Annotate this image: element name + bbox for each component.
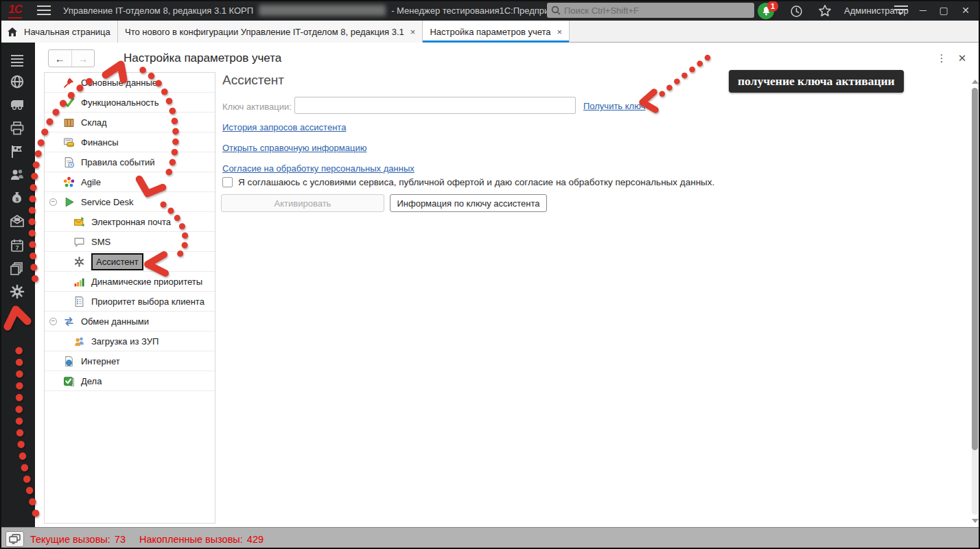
tree-item-dynamic-priorities[interactable]: Динамические приоритеты xyxy=(45,272,215,292)
personal-data-consent-link[interactable]: Согласие на обработку персональных данны… xyxy=(222,163,415,174)
tree-item-label: Динамические приоритеты xyxy=(91,277,202,287)
agile-icon xyxy=(63,176,75,188)
activation-key-input[interactable] xyxy=(294,97,576,114)
tree-item-warehouse[interactable]: Склад xyxy=(45,113,215,132)
1c-logo-icon: 1С xyxy=(8,3,22,19)
back-button[interactable]: ← xyxy=(49,50,72,67)
service-menu-icon[interactable] xyxy=(894,5,908,16)
tree-item-email[interactable]: Электронная почта xyxy=(45,212,215,232)
tab-home[interactable]: Начальная страница xyxy=(0,21,118,43)
notification-badge: 1 xyxy=(767,1,778,12)
tree-item-label: Интернет xyxy=(81,356,120,366)
tree-item-label: Правила событий xyxy=(81,157,155,167)
tree-item-data-exchange[interactable]: − Обмен данными xyxy=(45,312,215,331)
tree-item-deals[interactable]: Дела xyxy=(45,371,215,391)
scrollbar-thumb[interactable] xyxy=(972,88,978,450)
menu-icon[interactable] xyxy=(10,54,25,69)
tree-item-sms[interactable]: SMS xyxy=(45,232,215,252)
bar-chart-icon xyxy=(73,276,85,288)
main-menu-icon[interactable] xyxy=(37,5,51,15)
history-icon[interactable] xyxy=(788,3,804,19)
maximize-button[interactable]: ▢ xyxy=(936,4,951,16)
gear-icon[interactable] xyxy=(10,284,25,299)
tab-home-label: Начальная страница xyxy=(24,27,110,37)
event-rules-icon xyxy=(63,156,75,168)
scroll-down-icon[interactable] xyxy=(972,519,979,523)
calendar-icon[interactable]: 7 xyxy=(10,238,25,253)
printer-icon[interactable] xyxy=(10,121,25,136)
play-icon xyxy=(63,196,75,208)
copies-icon[interactable] xyxy=(10,261,25,276)
flag-icon[interactable] xyxy=(10,144,25,159)
app-window: 1С Управление IT-отделом 8, редакция 3.1… xyxy=(0,0,980,549)
form-title: Настройка параметров учета xyxy=(124,51,281,65)
sms-bubble-icon xyxy=(73,236,85,248)
mail-icon[interactable] xyxy=(10,214,25,229)
key-info-button[interactable]: Информация по ключу ассистента xyxy=(390,194,547,212)
scroll-up-icon[interactable] xyxy=(972,80,979,84)
search-input[interactable] xyxy=(564,5,750,16)
svg-text:7: 7 xyxy=(16,244,19,251)
finance-icon xyxy=(63,137,75,148)
assistant-history-link[interactable]: История запросов ассистента xyxy=(222,122,346,132)
nav-history-buttons: ← → xyxy=(48,49,95,67)
tree-item-assistant[interactable]: Ассистент xyxy=(45,252,215,272)
tree-item-label: Дела xyxy=(81,376,102,386)
money-bag-icon[interactable]: $ xyxy=(10,191,25,206)
tree-item-label: Agile xyxy=(81,177,101,187)
close-window-button[interactable]: ✕ xyxy=(958,4,973,16)
close-form-icon[interactable]: ✕ xyxy=(955,52,969,65)
title-bar: 1С Управление IT-отделом 8, редакция 3.1… xyxy=(0,0,980,21)
consent-checkbox[interactable] xyxy=(222,177,233,187)
accumulated-calls-value: 429 xyxy=(247,534,264,545)
performance-monitor-icon[interactable] xyxy=(5,531,24,547)
assistant-icon xyxy=(73,256,85,268)
tab-close-icon[interactable]: × xyxy=(557,27,563,37)
more-menu-icon[interactable]: ⋮ xyxy=(935,52,948,65)
tab-label: Настройка параметров учета xyxy=(430,27,550,37)
crate-icon xyxy=(63,117,75,128)
internet-doc-icon xyxy=(63,355,75,367)
tree-item-agile[interactable]: Agile xyxy=(45,172,215,192)
redacted-text xyxy=(259,5,386,16)
tab-settings[interactable]: Настройка параметров учета × xyxy=(423,21,570,43)
tree-item-zup-load[interactable]: Загрузка из ЗУП xyxy=(45,331,215,351)
get-key-link[interactable]: Получить ключ xyxy=(583,101,645,111)
tree-item-main-data[interactable]: Основные данные xyxy=(45,73,215,93)
status-bar: Текущие вызовы: 73 Накопленные вызовы: 4… xyxy=(0,527,980,549)
window-title-text: Управление IT-отделом 8, редакция 3.1 КО… xyxy=(63,5,253,16)
tree-item-service-desk[interactable]: − Service Desk xyxy=(45,192,215,212)
svg-text:$: $ xyxy=(16,196,19,202)
globe-icon[interactable] xyxy=(10,74,25,89)
favorites-star-icon[interactable] xyxy=(817,3,833,19)
deals-icon xyxy=(63,375,75,387)
collapse-icon[interactable]: − xyxy=(49,198,57,206)
tab-close-icon[interactable]: × xyxy=(410,27,416,37)
truck-icon[interactable] xyxy=(10,97,25,113)
home-icon xyxy=(7,27,18,37)
tree-item-label: Приоритет выбора клиента xyxy=(91,296,205,307)
notifications-bell-icon[interactable]: 1 xyxy=(758,1,778,20)
accumulated-calls-label: Накопленные вызовы: xyxy=(139,534,243,545)
activate-button[interactable]: Активировать xyxy=(221,194,384,212)
tree-item-label: Функциональность xyxy=(81,97,159,108)
minimize-button[interactable]: ─ xyxy=(915,4,931,16)
global-search[interactable] xyxy=(547,3,754,18)
tree-item-event-rules[interactable]: Правила событий xyxy=(45,152,215,172)
tree-item-client-priority[interactable]: Приоритет выбора клиента xyxy=(45,292,215,312)
tab-label: Что нового в конфигурации Управление IT-… xyxy=(125,27,404,37)
collapse-icon[interactable]: − xyxy=(49,318,57,325)
users-icon[interactable] xyxy=(10,168,25,183)
tree-item-functionality[interactable]: Функциональность xyxy=(45,93,215,113)
tree-item-label: Загрузка из ЗУП xyxy=(91,336,159,347)
tree-item-label: SMS xyxy=(91,237,110,247)
tab-whats-new[interactable]: Что нового в конфигурации Управление IT-… xyxy=(118,21,423,43)
tree-item-internet[interactable]: Интернет xyxy=(45,351,215,371)
forward-button[interactable]: → xyxy=(72,50,95,67)
help-info-link[interactable]: Открыть справочную информацию xyxy=(222,143,366,153)
current-calls-value: 73 xyxy=(115,534,126,545)
vertical-scrollbar xyxy=(970,75,979,526)
tree-item-finance[interactable]: Финансы xyxy=(45,132,215,152)
exchange-icon xyxy=(63,316,75,327)
checkmark-icon xyxy=(63,97,75,108)
